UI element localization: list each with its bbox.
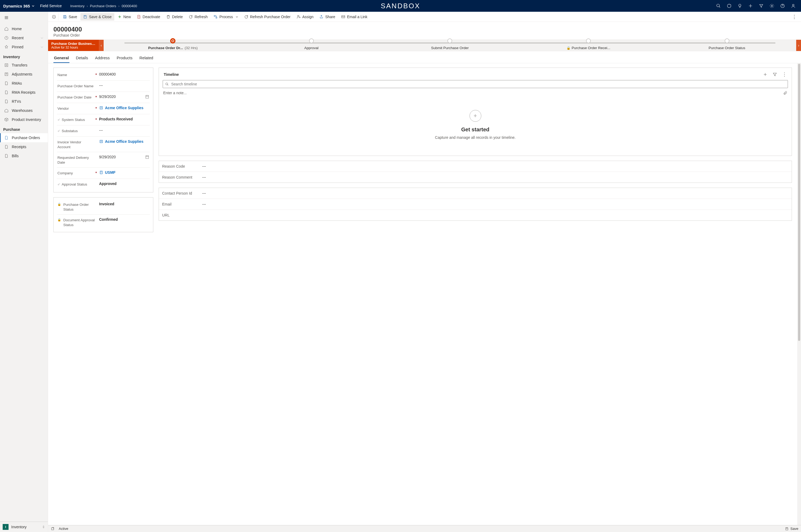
field-reason-code[interactable]: Reason Code --- (159, 161, 791, 172)
footer-save-button[interactable]: Save (785, 527, 798, 531)
bpf-stage-3[interactable]: 🔒Purchase Order Recei... (519, 46, 658, 50)
search-icon (165, 82, 169, 86)
breadcrumb: Inventory › Purchase Orders › 00000400 (70, 4, 137, 8)
bpf-prev[interactable]: ‹ (99, 40, 104, 51)
timeline-search[interactable] (163, 80, 788, 88)
email-link-button[interactable]: Email a Link (338, 13, 370, 21)
nav-product-inventory[interactable]: Product Inventory (0, 115, 48, 124)
field-email[interactable]: Email --- (159, 199, 791, 210)
save-close-button[interactable]: Save & Close (80, 13, 114, 21)
go-back-button[interactable] (50, 13, 58, 21)
nav-purchase-orders[interactable]: Purchase Orders (0, 133, 48, 142)
breadcrumb-1[interactable]: Purchase Orders (90, 4, 116, 8)
calendar-icon[interactable] (145, 95, 149, 99)
app-launcher[interactable]: Dynamics 365 (3, 4, 35, 8)
nav-recent[interactable]: Recent (0, 33, 48, 42)
field-po-name[interactable]: Purchase Order Name * --- (57, 81, 150, 92)
entity-icon (99, 170, 104, 175)
scrollbar[interactable] (797, 63, 801, 525)
more-commands[interactable]: ⋮ (789, 12, 799, 21)
lightbulb-icon[interactable] (738, 3, 742, 8)
field-substatus[interactable]: Substatus * --- (57, 126, 150, 137)
breadcrumb-0[interactable]: Inventory (70, 4, 85, 8)
clock-icon (4, 36, 8, 40)
document-icon (4, 145, 8, 149)
timeline-filter-icon[interactable] (772, 72, 777, 77)
timeline-more-icon[interactable]: ⋮ (782, 72, 787, 77)
field-url[interactable]: URL (159, 210, 791, 221)
field-approval-status[interactable]: Approval Status * Approved (57, 179, 150, 190)
nav-receipts[interactable]: Receipts (0, 142, 48, 151)
bpf-name[interactable]: Purchase Order Business ... Active for 3… (48, 40, 99, 51)
bpf-stage-0[interactable]: Purchase Order Dr...(32 Hrs) (104, 46, 242, 50)
field-vendor[interactable]: Vendor * Acme Office Supplies (57, 103, 150, 114)
bpf-dot-icon (725, 38, 729, 43)
save-close-icon (83, 15, 87, 19)
popout-icon[interactable] (51, 527, 55, 531)
bpf-stage-4[interactable]: Purchase Order Status (657, 46, 796, 50)
timeline-add-icon[interactable] (763, 72, 768, 77)
save-button[interactable]: Save (60, 13, 80, 21)
environment-label: SANDBOX (380, 2, 420, 10)
gear-icon[interactable] (769, 3, 774, 8)
area-switcher[interactable]: I Inventory (0, 521, 48, 532)
nav-warehouses[interactable]: Warehouses (0, 106, 48, 115)
process-button[interactable]: Process (211, 13, 241, 21)
nav-adjustments[interactable]: Adjustments (0, 70, 48, 79)
breadcrumb-2[interactable]: 00000400 (122, 4, 137, 8)
pin-icon (4, 45, 8, 49)
nav-home[interactable]: Home (0, 24, 48, 33)
field-contact-person[interactable]: Contact Person Id --- (159, 188, 791, 199)
task-icon[interactable] (727, 3, 731, 8)
svg-rect-14 (100, 107, 102, 109)
svg-point-8 (52, 15, 56, 18)
tab-address[interactable]: Address (95, 53, 110, 63)
field-doc-approval-status: 🔒Document Approval Status * Confirmed (57, 215, 150, 230)
refresh-po-button[interactable]: Refresh Purchase Order (241, 13, 293, 21)
nav-rma-receipts[interactable]: RMA Receipts (0, 88, 48, 97)
refresh-button[interactable]: Refresh (186, 13, 210, 21)
field-invoice-vendor[interactable]: Invoice Vendor Account * Acme Office Sup… (57, 137, 150, 152)
field-company[interactable]: Company * USMF (57, 168, 150, 179)
field-name[interactable]: Name * 00000400 (57, 70, 150, 81)
tab-general[interactable]: General (53, 53, 70, 63)
deactivate-button[interactable]: Deactivate (134, 13, 163, 21)
bpf-next[interactable]: › (796, 40, 801, 51)
user-icon[interactable] (791, 3, 796, 8)
record-title: 00000400 (53, 26, 796, 33)
new-button[interactable]: New (115, 13, 133, 21)
assign-button[interactable]: Assign (294, 13, 316, 21)
delete-button[interactable]: Delete (164, 13, 185, 21)
field-requested-date[interactable]: Requested Delivery Date * 9/29/2020 (57, 152, 150, 168)
entity-icon (99, 106, 104, 110)
svg-rect-17 (100, 140, 102, 142)
paperclip-icon[interactable] (783, 91, 787, 95)
calendar-icon[interactable] (145, 155, 149, 159)
nav-transfers[interactable]: Transfers (0, 61, 48, 70)
mail-icon (341, 15, 345, 19)
nav-pinned[interactable]: Pinned (0, 42, 48, 52)
tab-products[interactable]: Products (116, 53, 133, 63)
plus-circle-icon[interactable]: + (469, 110, 481, 122)
tab-details[interactable]: Details (75, 53, 89, 63)
search-icon[interactable] (716, 3, 721, 8)
bpf-stage-2[interactable]: Submit Purchase Order (380, 46, 519, 50)
field-reason-comment[interactable]: Reason Comment --- (159, 172, 791, 183)
field-po-status: 🔒Purchase Order Status * Invoiced (57, 199, 150, 215)
tab-related[interactable]: Related (139, 53, 154, 63)
bpf-stage-1[interactable]: Approval (242, 46, 381, 50)
timeline-search-input[interactable] (171, 82, 785, 86)
field-system-status[interactable]: System Status * Products Received (57, 114, 150, 126)
plus-icon[interactable] (748, 3, 753, 8)
help-icon[interactable] (780, 3, 785, 8)
field-po-date[interactable]: Purchase Order Date * 9/29/2020 (57, 92, 150, 103)
nav-bills[interactable]: Bills (0, 151, 48, 160)
app-area[interactable]: Field Service (40, 4, 62, 8)
filter-icon[interactable] (759, 3, 764, 8)
nav-rtvs[interactable]: RTVs (0, 97, 48, 106)
hamburger-menu[interactable] (0, 12, 48, 24)
nav-rmas[interactable]: RMAs (0, 79, 48, 88)
warehouse-icon (4, 108, 8, 113)
timeline-note-input[interactable]: Enter a note... (163, 88, 788, 97)
share-button[interactable]: Share (317, 13, 338, 21)
